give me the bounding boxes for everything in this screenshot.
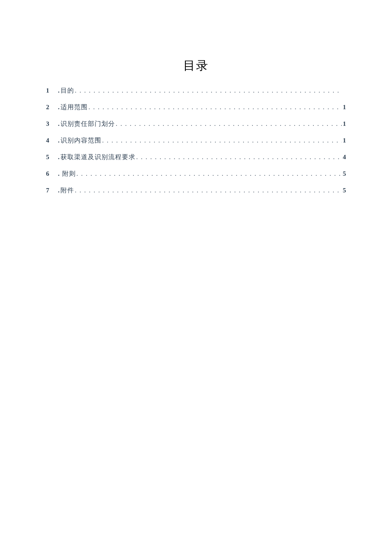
toc-entry[interactable]: 4 . 识别内容范围 1 <box>46 137 346 145</box>
toc-leader <box>135 154 342 161</box>
toc-separator: . <box>58 137 60 144</box>
toc-separator: . <box>58 154 60 161</box>
toc-label: 识别内容范围 <box>61 137 101 145</box>
toc-leader <box>115 121 342 128</box>
toc-label: 附件 <box>61 186 74 195</box>
toc-label: 目的 <box>61 87 74 95</box>
toc-leader <box>101 137 342 144</box>
toc-separator: . <box>58 187 60 194</box>
toc-separator: . <box>58 170 61 177</box>
toc-entry[interactable]: 2 . 适用范围 1 <box>46 103 346 111</box>
toc-entry[interactable]: 3 . 识别责任部门划分 1 <box>46 120 346 128</box>
page-title: 目录 <box>0 58 392 74</box>
toc-separator: . <box>58 87 60 94</box>
toc-page-number: 4 <box>342 154 346 161</box>
toc-entry[interactable]: 6 . 附则 5 <box>46 170 346 178</box>
toc-number: 4 <box>46 137 58 144</box>
toc-page-number: 5 <box>342 170 346 177</box>
toc-entry[interactable]: 5 . 获取渠道及识别流程要求 4 <box>46 153 346 161</box>
toc-number: 5 <box>46 154 58 161</box>
table-of-contents: 1 . 目的 2 . 适用范围 1 3 . 识别责任部门划分 1 4 . 识别内… <box>0 87 392 195</box>
toc-label: 附则 <box>62 170 76 178</box>
toc-entry[interactable]: 1 . 目的 <box>46 87 346 95</box>
toc-number: 7 <box>46 187 58 194</box>
toc-label: 识别责任部门划分 <box>61 120 115 128</box>
toc-separator: . <box>58 104 60 111</box>
toc-separator: . <box>58 120 60 128</box>
toc-entry[interactable]: 7 . 附件 5 <box>46 186 346 195</box>
toc-number: 6 <box>46 170 58 177</box>
toc-number: 1 <box>46 87 58 94</box>
toc-label: 获取渠道及识别流程要求 <box>61 153 135 161</box>
toc-page-number: 5 <box>342 187 346 194</box>
toc-leader <box>88 104 342 111</box>
toc-leader <box>76 171 342 177</box>
toc-page-number: 1 <box>342 137 346 144</box>
toc-page-number: 1 <box>342 104 346 111</box>
toc-number: 3 <box>46 120 58 128</box>
toc-label: 适用范围 <box>61 103 88 111</box>
toc-number: 2 <box>46 104 58 111</box>
toc-leader <box>74 87 342 94</box>
toc-page-number: 1 <box>342 120 346 128</box>
toc-leader <box>74 187 342 194</box>
